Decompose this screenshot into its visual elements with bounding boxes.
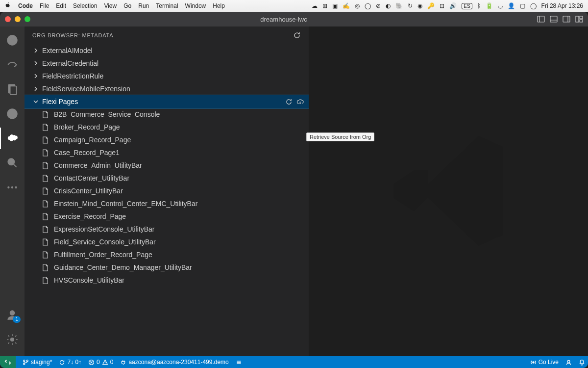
menubar-datetime[interactable]: Fri 28 Apr 13:26: [541, 2, 583, 9]
tree-file[interactable]: Fulfillment_Order_Record_Page: [24, 248, 309, 261]
activity-accounts-icon[interactable]: 1: [0, 304, 24, 326]
remote-indicator[interactable]: [0, 356, 16, 368]
bell-icon: [579, 359, 585, 366]
minimize-button[interactable]: [15, 16, 21, 22]
retrieve-source-icon[interactable]: [296, 98, 304, 105]
close-button[interactable]: [5, 16, 11, 22]
menu-selection[interactable]: Selection: [73, 2, 97, 9]
status-org[interactable]: aazcona@aazcona-230411-499.demo: [120, 359, 228, 366]
refresh-folder-icon[interactable]: [285, 98, 293, 105]
tree-file[interactable]: Case_Record_Page1: [24, 146, 309, 159]
status-feedback[interactable]: [565, 359, 572, 366]
tree-folder[interactable]: FieldRestrictionRule: [24, 70, 309, 82]
apple-icon[interactable]: [5, 2, 11, 10]
tree-file[interactable]: ContactCenter_UtilityBar: [24, 172, 309, 184]
refresh-icon[interactable]: [293, 31, 301, 39]
tree-file[interactable]: Guidance_Center_Demo_Manager_UtilityBar: [24, 261, 309, 274]
activity-overflow-icon[interactable]: [0, 177, 24, 198]
tray-key-icon[interactable]: 🔑: [427, 2, 435, 9]
tray-battery-icon[interactable]: 🔋: [486, 2, 493, 9]
svg-point-15: [8, 158, 14, 165]
tree-file[interactable]: Exercise_Record_Page: [24, 210, 309, 223]
file-icon: [42, 213, 50, 220]
status-sync[interactable]: 7↓ 0↑: [59, 359, 81, 366]
metadata-tree: ExternalAIModel ExternalCredential Field…: [24, 44, 309, 356]
toggle-bottom-panel-icon[interactable]: [550, 15, 558, 23]
chevron-down-icon: [32, 99, 39, 105]
tray-app-icon[interactable]: ◎: [355, 2, 360, 9]
svg-rect-11: [10, 86, 17, 95]
tree-file[interactable]: Field_Service_Console_UtilityBar: [24, 236, 309, 248]
menu-view[interactable]: View: [104, 2, 117, 9]
activity-settings-icon[interactable]: [0, 329, 24, 350]
tree-folder[interactable]: ExternalAIModel: [24, 44, 309, 57]
tray-siri-icon[interactable]: ◯: [530, 2, 537, 9]
status-branch[interactable]: staging*: [23, 359, 52, 366]
menu-file[interactable]: File: [40, 2, 49, 9]
tree-folder[interactable]: FieldServiceMobileExtension: [24, 82, 309, 95]
warning-icon: [102, 359, 108, 366]
tooltip: Retrieve Source from Org: [306, 132, 374, 141]
svg-point-14: [12, 116, 12, 116]
menu-window[interactable]: Window: [185, 2, 206, 9]
tray-app-icon[interactable]: ↻: [408, 2, 413, 9]
status-bell[interactable]: [579, 359, 585, 366]
tray-app-icon[interactable]: ◐: [386, 2, 391, 9]
tree-file[interactable]: Campaign_Record_Page: [24, 133, 309, 146]
tree-file[interactable]: Commerce_Admin_UtilityBar: [24, 159, 309, 172]
menu-edit[interactable]: Edit: [56, 2, 66, 9]
tray-app-icon[interactable]: ◯: [365, 2, 371, 9]
activity-search-icon[interactable]: [0, 152, 24, 174]
svg-point-22: [24, 360, 25, 361]
menu-terminal[interactable]: Terminal: [156, 2, 178, 9]
status-menu[interactable]: [236, 359, 242, 366]
window-controls: [5, 16, 30, 22]
tray-app-icon[interactable]: ⊡: [440, 2, 444, 9]
tray-app-icon[interactable]: 🐘: [395, 2, 403, 9]
tree-file[interactable]: HVSConsole_UtilityBar: [24, 274, 309, 287]
status-errors[interactable]: 0 0: [88, 359, 113, 366]
tray-app-icon[interactable]: ◉: [417, 2, 422, 9]
file-icon: [42, 264, 50, 271]
tree-file[interactable]: B2B_Commerce_Service_Console: [24, 108, 309, 121]
svg-rect-2: [550, 16, 557, 22]
menu-help[interactable]: Help: [213, 2, 225, 9]
tree-folder-selected[interactable]: Flexi Pages: [24, 95, 309, 108]
file-icon: [42, 124, 50, 131]
tray-bluetooth-icon[interactable]: ᛒ: [477, 2, 481, 9]
tree-file[interactable]: Broker_Record_Page: [24, 121, 309, 133]
svg-point-17: [8, 186, 9, 188]
tray-wifi-icon[interactable]: ◡: [498, 2, 503, 9]
tree-folder[interactable]: ExternalCredential: [24, 57, 309, 70]
tray-app-icon[interactable]: ☁︎: [312, 2, 318, 9]
activity-problems-icon[interactable]: [0, 103, 24, 125]
tray-user-icon[interactable]: 👤: [508, 2, 515, 9]
status-golive[interactable]: Go Live: [530, 359, 559, 366]
tray-monitor-icon[interactable]: ▢: [520, 2, 525, 9]
svg-rect-7: [580, 16, 583, 19]
menu-run[interactable]: Run: [138, 2, 149, 9]
activity-salesforce-icon[interactable]: [0, 128, 24, 149]
customize-layout-icon[interactable]: [575, 15, 583, 23]
tray-app-icon[interactable]: ⊞: [322, 2, 327, 9]
activity-share-icon[interactable]: [0, 54, 24, 76]
tray-app-icon[interactable]: ⊘: [376, 2, 381, 9]
activity-explorer-icon[interactable]: [0, 79, 24, 100]
toggle-left-panel-icon[interactable]: [537, 15, 545, 23]
activity-run-icon[interactable]: [0, 29, 24, 51]
file-icon: [42, 149, 50, 157]
svg-point-19: [15, 186, 17, 188]
tray-app-icon[interactable]: ✍: [343, 2, 350, 9]
menubar-app-name[interactable]: Code: [18, 2, 33, 9]
menu-go[interactable]: Go: [123, 2, 131, 9]
tray-volume-icon[interactable]: 🔊: [449, 2, 457, 9]
file-icon: [42, 187, 50, 195]
tree-file[interactable]: ExpressionSetConsole_UtilityBar: [24, 223, 309, 236]
tree-file[interactable]: CrisisCenter_UtilityBar: [24, 184, 309, 197]
tree-file[interactable]: Einstein_Mind_Control_Center_EMC_Utility…: [24, 197, 309, 210]
tray-app-icon[interactable]: ▣: [332, 2, 338, 9]
toggle-right-panel-icon[interactable]: [563, 15, 570, 23]
maximize-button[interactable]: [24, 16, 30, 22]
tray-language-indicator[interactable]: ES: [462, 3, 472, 9]
svg-rect-4: [563, 16, 570, 22]
